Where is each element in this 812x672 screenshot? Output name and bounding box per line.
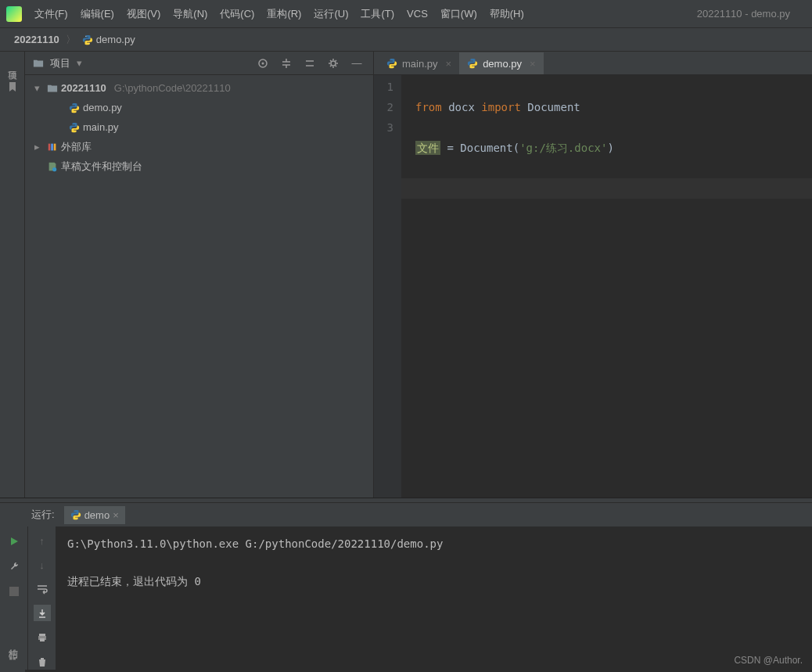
menu-help[interactable]: 帮助(H) [490, 7, 524, 21]
app-logo-icon [6, 6, 22, 22]
editor-area: main.py × demo.py × 1 2 3 from docx impo… [374, 52, 812, 498]
svg-point-0 [85, 35, 86, 36]
python-file-icon [467, 58, 478, 69]
breadcrumb-file-label: demo.py [96, 34, 135, 45]
python-file-icon [69, 102, 80, 113]
expand-all-icon[interactable] [278, 55, 295, 72]
watermark: CSDN @Author. [734, 655, 803, 666]
run-label: 运行: [31, 508, 55, 522]
line-number: 2 [374, 97, 393, 117]
breadcrumb: 20221110 〉 demo.py [0, 28, 812, 52]
code-editor[interactable]: 1 2 3 from docx import Document 文件 = Doc… [374, 75, 812, 498]
code-line-3 [401, 178, 812, 199]
stop-button[interactable] [5, 583, 23, 600]
line-gutter: 1 2 3 [374, 75, 401, 498]
svg-rect-13 [39, 634, 45, 636]
python-file-icon [386, 58, 397, 69]
svg-rect-7 [54, 143, 56, 150]
close-icon[interactable]: × [113, 509, 119, 521]
breadcrumb-file[interactable]: demo.py [82, 34, 135, 45]
line-number: 1 [374, 77, 393, 97]
menu-refactor[interactable]: 重构(R) [267, 7, 301, 21]
editor-tabs: main.py × demo.py × [374, 52, 812, 75]
structure-icon[interactable]: ▪▪ [9, 652, 16, 664]
up-arrow-icon[interactable]: ↑ [34, 533, 51, 549]
close-icon[interactable]: × [446, 58, 452, 70]
menu-edit[interactable]: 编辑(E) [81, 7, 114, 21]
project-tool-button[interactable]: 项目 [5, 56, 20, 70]
run-panel-body: ↑ ↓ G:\Python3.11.0\python.exe G:/python… [0, 526, 812, 670]
console-actions-column: ↑ ↓ [28, 526, 56, 670]
menubar: 文件(F) 编辑(E) 视图(V) 导航(N) 代码(C) 重构(R) 运行(U… [0, 0, 812, 28]
main-area: 项目 项目 ▾ — ▾ 20221110 G:\pythonCode\20221… [0, 52, 812, 498]
project-panel: 项目 ▾ — ▾ 20221110 G:\pythonCode\20221110… [25, 52, 374, 498]
tree-root-path: G:\pythonCode\20221110 [114, 82, 231, 94]
trash-icon[interactable] [34, 653, 51, 670]
tab-demo[interactable]: demo.py × [459, 52, 543, 74]
svg-rect-6 [51, 143, 53, 150]
tree-file-main[interactable]: main.py [25, 117, 373, 137]
folder-icon [47, 83, 58, 94]
wrench-icon[interactable] [5, 558, 23, 575]
tree-file-label: demo.py [83, 102, 122, 113]
left-tool-gutter: 项目 [0, 52, 25, 498]
window-title: 20221110 - demo.py [697, 8, 790, 20]
run-tab-demo[interactable]: demo × [64, 506, 125, 524]
menu-tools[interactable]: 工具(T) [361, 7, 394, 21]
run-panel-tabs: 运行: demo × [0, 503, 812, 526]
close-icon[interactable]: × [530, 58, 536, 70]
breadcrumb-project[interactable]: 20221110 [14, 34, 59, 45]
menu-view[interactable]: 视图(V) [127, 7, 160, 21]
line-number: 3 [374, 117, 393, 138]
run-tab-label: demo [84, 509, 110, 521]
locate-icon[interactable] [254, 55, 271, 72]
svg-rect-15 [40, 638, 45, 641]
menu-code[interactable]: 代码(C) [220, 7, 254, 21]
code-line-2: 文件 = Document('g:/练习.docx') [415, 138, 812, 158]
chevron-right-icon[interactable]: ▸ [34, 141, 44, 153]
tree-root-name: 20221110 [61, 82, 106, 94]
library-icon [47, 142, 58, 153]
run-button[interactable] [5, 533, 23, 550]
down-arrow-icon[interactable]: ↓ [34, 557, 51, 573]
menu-navigate[interactable]: 导航(N) [173, 7, 207, 21]
bookmarks-icon[interactable] [5, 80, 20, 94]
tree-scratches[interactable]: 草稿文件和控制台 [25, 156, 373, 176]
tab-demo-label: demo.py [483, 58, 522, 70]
python-file-icon [70, 509, 81, 520]
tree-external-libs-label: 外部库 [61, 140, 92, 154]
project-panel-title: 项目 [50, 56, 70, 70]
menu-file[interactable]: 文件(F) [34, 7, 68, 21]
code-line-1: from docx import Document [415, 97, 812, 117]
code-content[interactable]: from docx import Document 文件 = Document(… [401, 75, 812, 498]
python-file-icon [82, 34, 93, 45]
tree-root[interactable]: ▾ 20221110 G:\pythonCode\20221110 [25, 78, 373, 98]
soft-wrap-icon[interactable] [34, 581, 51, 598]
tab-main[interactable]: main.py × [379, 52, 459, 74]
scratch-icon [47, 161, 58, 172]
tree-file-demo[interactable]: demo.py [25, 98, 373, 117]
svg-rect-9 [9, 587, 19, 596]
console-line: G:\Python3.11.0\python.exe G:/pythonCode… [67, 534, 801, 553]
tab-main-label: main.py [402, 58, 438, 70]
project-panel-header: 项目 ▾ — [25, 52, 373, 75]
chevron-down-icon[interactable]: ▾ [34, 82, 44, 94]
left-bottom-gutter: 结构 ▪▪ [0, 602, 25, 672]
breadcrumb-project-label: 20221110 [14, 34, 59, 45]
console-output[interactable]: G:\Python3.11.0\python.exe G:/pythonCode… [56, 526, 812, 670]
tree-external-libs[interactable]: ▸ 外部库 [25, 137, 373, 156]
scroll-to-end-icon[interactable] [34, 605, 51, 621]
menu-run[interactable]: 运行(U) [314, 7, 348, 21]
menu-window[interactable]: 窗口(W) [440, 7, 477, 21]
svg-point-4 [331, 61, 336, 66]
python-file-icon [69, 122, 80, 133]
menu-vcs[interactable]: VCS [407, 8, 428, 20]
print-icon[interactable] [34, 629, 51, 645]
gear-icon[interactable] [325, 55, 342, 72]
hide-panel-icon[interactable]: — [348, 55, 365, 72]
run-panel: 运行: demo × ↑ ↓ G:\Python3.11.0\python.ex… [0, 502, 812, 670]
collapse-all-icon[interactable] [301, 55, 318, 72]
chevron-down-icon[interactable]: ▾ [77, 57, 82, 69]
breadcrumb-separator-icon: 〉 [66, 33, 76, 47]
project-tree: ▾ 20221110 G:\pythonCode\20221110 demo.p… [25, 75, 373, 179]
